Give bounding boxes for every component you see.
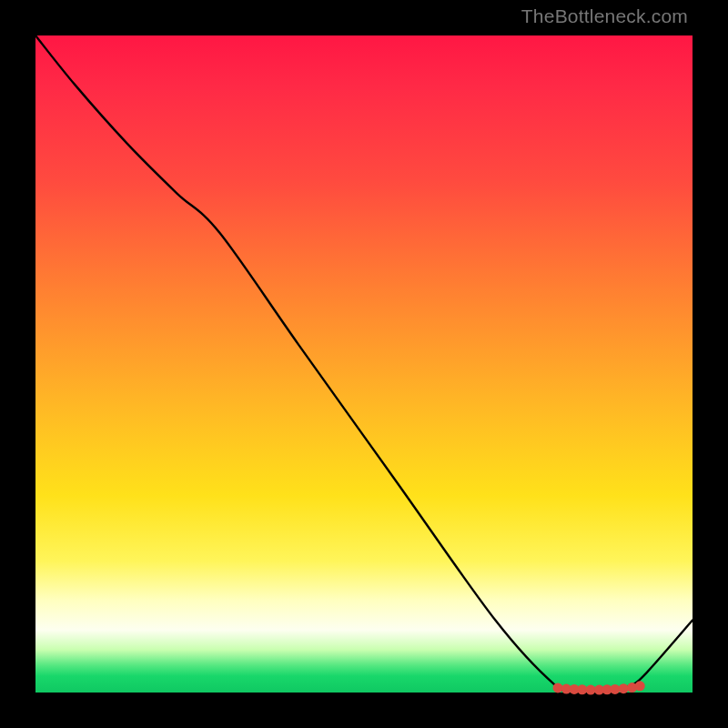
watermark-text: TheBottleneck.com [521,5,688,27]
marker-dot [577,684,587,694]
marker-dot [586,685,596,695]
chart-svg [35,35,693,693]
marker-dot [619,683,629,693]
marker-dot [610,684,620,694]
background-rect [35,35,693,693]
plot-area [35,35,693,693]
marker-dot [635,681,645,691]
marker-dot [552,682,562,693]
chart-frame: TheBottleneck.com [0,0,728,728]
